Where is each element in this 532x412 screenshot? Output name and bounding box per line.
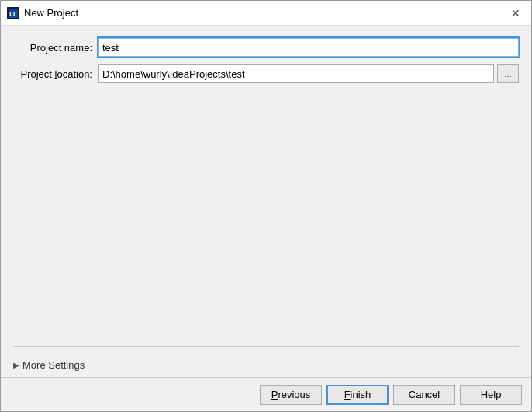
project-location-input[interactable] bbox=[98, 64, 494, 83]
help-button[interactable]: Help bbox=[460, 385, 522, 405]
project-name-row: Project name: bbox=[13, 38, 519, 57]
more-settings-toggle[interactable]: ▶ More Settings bbox=[13, 353, 519, 377]
svg-text:IJ: IJ bbox=[9, 10, 16, 18]
dialog-footer: Previous Finish Cancel Help bbox=[1, 377, 531, 411]
cancel-button[interactable]: Cancel bbox=[393, 385, 455, 405]
more-settings-section: ▶ More Settings bbox=[13, 346, 519, 377]
new-project-dialog: IJ New Project ✕ Project name: Project l… bbox=[0, 0, 532, 412]
more-settings-label: More Settings bbox=[22, 359, 85, 371]
dialog-title: New Project bbox=[24, 7, 506, 19]
project-location-row: Project location: ... bbox=[13, 64, 519, 83]
close-button[interactable]: ✕ bbox=[506, 4, 525, 23]
content-area bbox=[13, 91, 519, 346]
browse-button[interactable]: ... bbox=[497, 64, 519, 83]
project-location-label: Project location: bbox=[13, 68, 98, 80]
project-name-input[interactable] bbox=[98, 38, 519, 57]
title-bar: IJ New Project ✕ bbox=[1, 1, 531, 26]
previous-button[interactable]: Previous bbox=[260, 385, 322, 405]
expand-arrow-icon: ▶ bbox=[13, 361, 19, 369]
dialog-body: Project name: Project location: ... ▶ Mo… bbox=[1, 26, 531, 377]
finish-button[interactable]: Finish bbox=[326, 385, 389, 405]
divider bbox=[13, 346, 519, 347]
dialog-icon: IJ bbox=[7, 7, 19, 19]
project-name-label: Project name: bbox=[13, 42, 98, 54]
